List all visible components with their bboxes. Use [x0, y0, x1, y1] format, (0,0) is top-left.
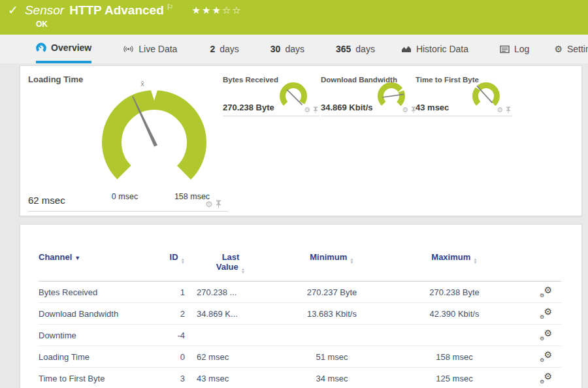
- tab-365-days[interactable]: 365 days: [336, 35, 375, 63]
- channel-settings-icon[interactable]: ⚙⚙: [540, 372, 552, 383]
- mini-gauge-value: 34.869 Kbit/s: [321, 103, 373, 112]
- panel-gear-icon[interactable]: ⚙: [402, 106, 408, 114]
- historic-chart-icon: [401, 44, 412, 54]
- channel-table: Channel▼ ID▲▼ Last Value▲▼ Minimum▲▼ Max…: [39, 252, 561, 388]
- column-header-maximum[interactable]: Maximum▲▼: [387, 252, 521, 282]
- gauge-icon: [36, 42, 46, 53]
- panel-gear-icon[interactable]: ⚙: [304, 106, 310, 114]
- channel-name: Downtime: [39, 325, 144, 346]
- table-row: Download Bandwidth 2 34.869 K... 13.683 …: [39, 303, 561, 325]
- content-area: Loading Time x̄ 0 msec 158 msec 62 msec …: [0, 63, 588, 388]
- sort-icon: ▲▼: [241, 268, 245, 274]
- tab-historic-data[interactable]: Historic Data: [401, 35, 468, 63]
- log-icon: [500, 45, 510, 54]
- mini-gauge-title: Bytes Received: [223, 76, 278, 84]
- tab-live-data[interactable]: Live Data: [123, 35, 177, 63]
- table-row: Loading Time 0 62 msec 51 msec 158 msec …: [39, 346, 561, 368]
- priority-flag-icon[interactable]: ⚐: [167, 3, 174, 12]
- main-gauge-value: 62 msec: [28, 195, 65, 206]
- mean-marker-label: x̄: [140, 80, 144, 88]
- sort-desc-icon: ▼: [74, 255, 80, 261]
- channel-name: Bytes Received: [39, 282, 144, 303]
- panel-divider: [28, 211, 228, 212]
- table-row: Time to First Byte 3 43 msec 34 msec 125…: [39, 368, 561, 388]
- mini-panel-time-to-first-byte: Time to First Byte 43 msec ⚙: [416, 74, 512, 116]
- main-gauge: x̄ 0 msec 158 msec: [86, 78, 229, 202]
- column-header-last-value[interactable]: Last Value▲▼: [185, 252, 276, 282]
- panel-gear-icon[interactable]: ⚙: [205, 200, 213, 208]
- status-badge: OK: [36, 20, 48, 29]
- rating-stars[interactable]: ★★★☆☆: [192, 5, 242, 16]
- main-gauge-title: Loading Time: [28, 74, 83, 84]
- table-row: Bytes Received 1 270.238 ... 270.237 Byt…: [39, 282, 561, 303]
- tab-30-days[interactable]: 30 days: [270, 35, 304, 63]
- panel-pin-icon[interactable]: [313, 106, 318, 114]
- gauges-card: Loading Time x̄ 0 msec 158 msec 62 msec …: [20, 65, 582, 216]
- tab-overview[interactable]: Overview: [36, 35, 91, 63]
- column-header-id[interactable]: ID▲▼: [144, 252, 185, 282]
- sort-icon: ▲▼: [350, 258, 353, 264]
- channel-name: Time to First Byte: [39, 368, 144, 388]
- tab-log[interactable]: Log: [500, 35, 529, 63]
- table-row: Downtime -4 ⚙⚙: [39, 325, 561, 346]
- column-header-minimum[interactable]: Minimum▲▼: [276, 252, 387, 282]
- status-check-icon: ✓: [8, 3, 18, 18]
- mini-gauge-value: 270.238 Byte: [223, 103, 274, 112]
- sort-icon: ▲▼: [181, 258, 185, 264]
- tab-2-days[interactable]: 2 days: [210, 35, 238, 63]
- gauge-min-label: 0 msec: [112, 192, 138, 201]
- channel-settings-icon[interactable]: ⚙⚙: [540, 308, 552, 318]
- mini-gauge-value: 43 msec: [416, 103, 449, 112]
- panel-gear-icon[interactable]: ⚙: [497, 106, 503, 114]
- page-title: HTTP Advanced: [69, 3, 164, 18]
- column-header-channel[interactable]: Channel▼: [39, 252, 144, 282]
- mini-panel-download-bandwidth: Download Bandwidth 34.869 Kbit/s ⚙: [321, 74, 417, 116]
- channel-settings-icon[interactable]: ⚙⚙: [540, 351, 552, 361]
- gauge-max-label: 158 msec: [174, 192, 210, 201]
- mini-panel-bytes-received: Bytes Received 270.238 Byte ⚙: [223, 74, 319, 116]
- settings-gear-icon: ⚙: [554, 44, 563, 54]
- live-data-icon: [123, 44, 134, 54]
- channel-settings-icon[interactable]: ⚙⚙: [540, 286, 552, 297]
- column-header-actions: [521, 252, 561, 282]
- channel-name: Loading Time: [39, 346, 144, 368]
- channel-settings-icon[interactable]: ⚙⚙: [540, 329, 552, 340]
- sort-icon: ▲▼: [473, 258, 477, 264]
- channel-name: Download Bandwidth: [39, 303, 144, 325]
- tab-bar: Overview Live Data 2 days 30 days 365 da…: [0, 35, 588, 63]
- mini-gauge-title: Time to First Byte: [416, 76, 479, 84]
- sensor-header: ✓ Sensor HTTP Advanced ⚐ ★★★☆☆ OK: [0, 0, 588, 35]
- panel-pin-icon[interactable]: [506, 106, 511, 114]
- sensor-type-label: Sensor: [25, 3, 64, 18]
- panel-pin-icon[interactable]: [216, 200, 221, 208]
- tab-settings[interactable]: ⚙ Settings: [554, 35, 588, 63]
- channel-table-card: Channel▼ ID▲▼ Last Value▲▼ Minimum▲▼ Max…: [20, 224, 582, 388]
